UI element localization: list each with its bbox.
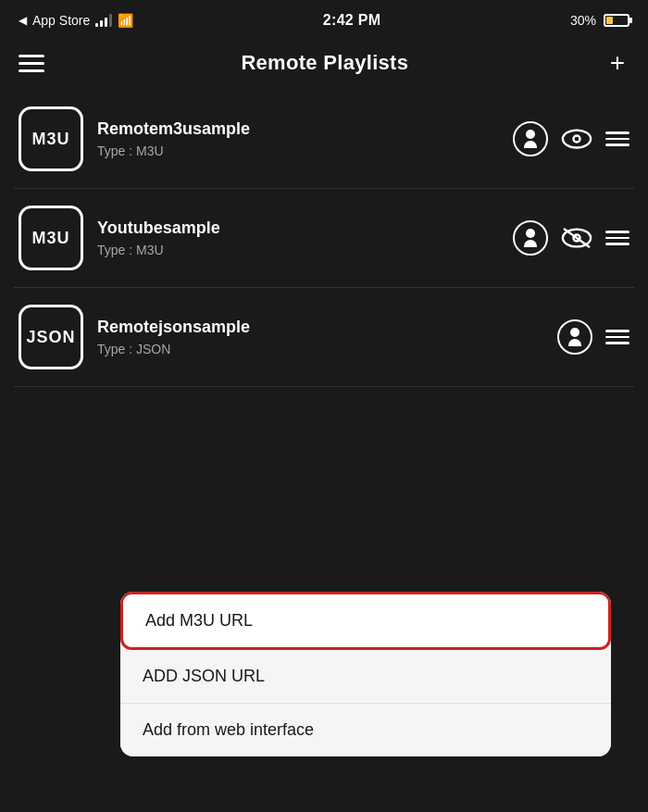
playlist-type: Type : M3U (97, 144, 499, 158)
playlist-item: M3U Youtubesample Type : M3U (14, 189, 634, 288)
back-arrow-icon: ◀ (19, 14, 27, 27)
json-badge: JSON (19, 305, 83, 369)
person-circle-icon[interactable] (557, 319, 592, 355)
svg-point-2 (575, 137, 579, 142)
playlist-info: Remotejsonsample Type : JSON (97, 318, 543, 356)
playlist-item: M3U Remotem3usample Type : M3U (14, 90, 634, 189)
page-title: Remote Playlists (241, 51, 408, 75)
eye-icon[interactable] (561, 128, 592, 150)
status-bar: ◀ App Store 📶 2:42 PM 30% (0, 0, 648, 41)
dropdown-menu: Add M3U URL ADD JSON URL Add from web in… (120, 592, 611, 756)
menu-hamburger-icon[interactable] (19, 55, 44, 72)
status-time: 2:42 PM (323, 12, 381, 29)
playlist-info: Remotem3usample Type : M3U (97, 119, 499, 158)
signal-icon (95, 14, 112, 27)
add-m3u-url-button[interactable]: Add M3U URL (120, 592, 611, 650)
add-json-url-button[interactable]: ADD JSON URL (120, 650, 611, 704)
playlist-actions (513, 121, 629, 156)
person-circle-icon[interactable] (513, 220, 548, 256)
header: Remote Playlists + (0, 41, 648, 90)
playlist-type: Type : JSON (97, 342, 543, 356)
eye-slash-icon[interactable] (561, 227, 592, 249)
drag-handle-icon[interactable] (605, 330, 629, 344)
playlist-type: Type : M3U (97, 243, 499, 257)
status-right: 30% (570, 13, 629, 28)
person-figure (524, 229, 537, 247)
playlist-actions (513, 220, 629, 256)
battery-percent-label: 30% (570, 13, 596, 28)
playlist-item: JSON Remotejsonsample Type : JSON (14, 288, 634, 387)
drag-handle-icon[interactable] (605, 131, 629, 146)
m3u-badge: M3U (19, 106, 83, 171)
playlist-info: Youtubesample Type : M3U (97, 219, 499, 257)
playlist-name: Remotejsonsample (97, 318, 543, 337)
person-figure (568, 328, 581, 346)
m3u-badge: M3U (19, 206, 83, 270)
carrier-label: App Store (32, 13, 90, 28)
add-from-web-button[interactable]: Add from web interface (120, 704, 611, 756)
playlist-name: Youtubesample (97, 219, 499, 238)
person-figure (524, 130, 537, 148)
playlist-name: Remotem3usample (97, 119, 499, 139)
battery-icon (604, 14, 629, 27)
wifi-icon: 📶 (118, 13, 133, 28)
person-circle-icon[interactable] (513, 121, 548, 156)
playlist-actions (557, 319, 629, 355)
status-left: ◀ App Store 📶 (19, 13, 133, 28)
add-button[interactable]: + (605, 50, 629, 76)
playlist-list: M3U Remotem3usample Type : M3U M3U (0, 90, 648, 387)
drag-handle-icon[interactable] (605, 231, 629, 245)
